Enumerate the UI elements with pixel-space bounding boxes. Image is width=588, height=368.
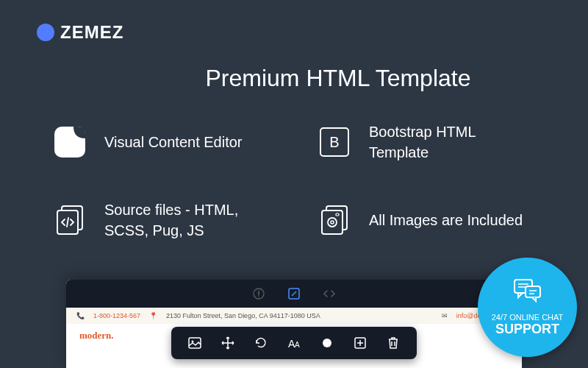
feature-bootstrap: B Bootstrap HTML Template bbox=[316, 121, 537, 163]
support-line2: SUPPORT bbox=[495, 322, 559, 337]
source-icon bbox=[51, 202, 88, 238]
preview-address: 2130 Fulton Street, San Diego, CA 94117-… bbox=[166, 312, 320, 319]
support-line1: 24/7 ONLINE CHAT bbox=[492, 313, 564, 322]
brand-logo: ZEMEZ bbox=[37, 22, 551, 43]
edit-icon[interactable] bbox=[287, 287, 301, 300]
page-title: Premium HTML Template bbox=[37, 65, 551, 92]
icon-pin: 📍 bbox=[149, 312, 157, 319]
bootstrap-icon: B bbox=[316, 124, 353, 160]
chat-icon bbox=[512, 277, 543, 308]
features-grid: Visual Content Editor B Bootstrap HTML T… bbox=[37, 121, 551, 241]
logo-text: ZEMEZ bbox=[60, 22, 123, 43]
shape-icon bbox=[51, 124, 88, 160]
svg-rect-19 bbox=[526, 286, 540, 297]
icon-mail: ✉ bbox=[442, 312, 448, 319]
circle-tool-icon[interactable] bbox=[320, 336, 334, 350]
preview-infobar: 📞 1-800-1234-567 📍 2130 Fulton Street, S… bbox=[66, 308, 522, 324]
svg-point-13 bbox=[192, 341, 194, 343]
svg-text:B: B bbox=[329, 134, 339, 150]
images-icon bbox=[316, 202, 353, 238]
feature-label: All Images are Included bbox=[369, 210, 523, 230]
trash-tool-icon[interactable] bbox=[386, 336, 401, 350]
feature-images: All Images are Included bbox=[316, 199, 537, 241]
feature-label: Source files - HTML, SCSS, Pug, JS bbox=[104, 199, 272, 241]
svg-text:A: A bbox=[295, 341, 300, 349]
feature-label: Bootstrap HTML Template bbox=[369, 121, 537, 163]
add-tool-icon[interactable] bbox=[353, 336, 368, 350]
feature-visual-editor: Visual Content Editor bbox=[51, 121, 272, 163]
svg-rect-6 bbox=[322, 210, 343, 234]
logo-dot-icon bbox=[37, 24, 54, 41]
support-badge[interactable]: 24/7 ONLINE CHAT SUPPORT bbox=[478, 258, 577, 357]
text-tool-icon[interactable]: AA bbox=[287, 336, 301, 350]
preview-phone: 1-800-1234-567 bbox=[93, 312, 140, 319]
editor-toolbar: AA bbox=[171, 327, 417, 359]
feature-label: Visual Content Editor bbox=[104, 132, 243, 152]
preview-tabs bbox=[66, 280, 522, 308]
image-tool-icon[interactable] bbox=[187, 336, 202, 350]
svg-point-16 bbox=[323, 339, 331, 347]
icon-phone: 📞 bbox=[76, 312, 85, 319]
code-icon[interactable] bbox=[323, 287, 336, 300]
refresh-tool-icon[interactable] bbox=[254, 336, 268, 350]
feature-source-files: Source files - HTML, SCSS, Pug, JS bbox=[51, 199, 272, 241]
move-tool-icon[interactable] bbox=[220, 336, 235, 350]
compass-icon[interactable] bbox=[252, 287, 265, 300]
